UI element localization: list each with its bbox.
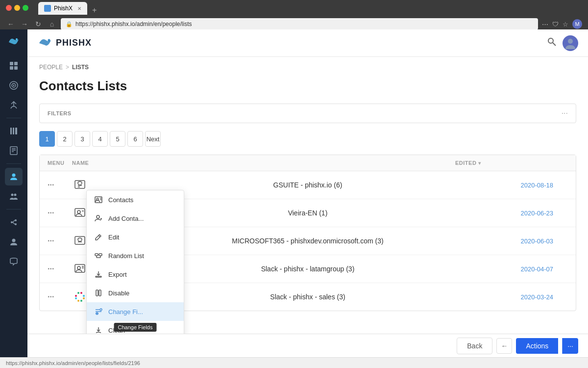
menu-item-disable[interactable]: Disable <box>87 284 184 302</box>
phishx-fish-icon <box>37 35 53 51</box>
menu-item-edit[interactable]: Edit <box>87 228 184 246</box>
breadcrumb-lists: LISTS <box>72 64 89 71</box>
page-button-1[interactable]: 1 <box>39 131 55 147</box>
menu-item-random-list[interactable]: Random List <box>87 246 184 265</box>
sidebar-divider-1 <box>6 118 21 118</box>
sidebar-item-user[interactable] <box>5 233 23 251</box>
phishx-logo: PHISHX <box>37 35 92 51</box>
browser-dots <box>6 5 28 11</box>
sidebar-item-library[interactable] <box>5 122 23 140</box>
clean-icon <box>94 325 103 334</box>
page-button-3[interactable]: 3 <box>74 131 90 147</box>
breadcrumb-separator: > <box>66 64 69 71</box>
menu-item-clean[interactable]: Clean <box>87 321 184 334</box>
row-name-1: GSUITE - phishx.io (6) <box>160 181 455 189</box>
browser-tab[interactable]: PhishX ✕ <box>38 2 87 15</box>
menu-item-add-contacts[interactable]: Add Conta... <box>87 209 184 228</box>
svg-rect-72 <box>83 297 85 299</box>
back-button[interactable]: Back <box>457 338 492 354</box>
svg-rect-66 <box>75 297 77 299</box>
row-menu-button-4[interactable]: ··· <box>48 264 72 273</box>
filter-more-button[interactable]: ··· <box>562 109 568 118</box>
page-button-6[interactable]: 6 <box>127 131 143 147</box>
sidebar-item-support[interactable] <box>5 253 23 270</box>
pagination: 1 2 3 4 5 6 Next <box>27 131 588 155</box>
row-name-4: Slack - phishx - latamgroup (3) <box>160 265 455 273</box>
row-icon-4 <box>72 261 88 277</box>
sidebar-item-targets[interactable] <box>5 77 23 94</box>
row-icon-2 <box>72 205 88 221</box>
menu-item-export[interactable]: Export <box>87 265 184 284</box>
menu-item-clean-label: Clean <box>108 327 177 334</box>
search-button[interactable] <box>547 37 557 49</box>
home-button[interactable]: ⌂ <box>47 20 57 28</box>
profile-icon[interactable]: M <box>572 19 582 29</box>
sort-arrow-icon: ▾ <box>478 160 481 166</box>
page-next-button[interactable]: Next <box>145 131 161 147</box>
sidebar-item-contacts[interactable] <box>5 168 23 185</box>
row-menu-button-3[interactable]: ··· <box>48 237 72 245</box>
svg-point-62 <box>77 266 80 269</box>
app-logo-text: PHISHX <box>56 38 92 48</box>
svg-point-57 <box>77 210 80 213</box>
row-edited-4: 2020-04-07 <box>455 265 553 273</box>
close-dot[interactable] <box>6 5 12 11</box>
row-edited-3: 2020-06-03 <box>455 237 553 245</box>
menu-item-export-label: Export <box>108 271 177 278</box>
bookmarks-icon[interactable]: ⋯ <box>542 21 548 28</box>
breadcrumb-people[interactable]: PEOPLE <box>39 64 63 71</box>
row-name-3: MICROSOFT365 - phishxdev.onmicrosoft.com… <box>160 237 455 245</box>
svg-rect-46 <box>99 290 101 296</box>
sidebar-item-integrations[interactable] <box>5 213 23 231</box>
user-avatar[interactable] <box>563 35 578 51</box>
svg-rect-67 <box>77 292 79 294</box>
sidebar-item-groups[interactable] <box>5 187 23 205</box>
browser-chrome: PhishX ✕ + ← → ↻ ⌂ 🔒 https://phishx.phis… <box>0 0 588 29</box>
row-name-5: Slack - phishx - sales (3) <box>160 293 455 301</box>
svg-rect-39 <box>95 254 98 256</box>
svg-point-25 <box>548 38 553 43</box>
reload-button[interactable]: ↻ <box>33 20 43 28</box>
svg-point-23 <box>12 239 16 242</box>
col-menu: MENU <box>48 160 72 166</box>
menu-item-edit-label: Edit <box>108 234 177 241</box>
menu-item-contacts[interactable]: Contacts <box>87 190 184 209</box>
row-menu-button-1[interactable]: ··· <box>48 181 72 189</box>
tab-title: PhishX <box>54 5 73 12</box>
row-edited-5: 2020-03-24 <box>455 293 553 301</box>
svg-rect-9 <box>13 128 14 134</box>
address-bar[interactable]: 🔒 https://phishx.phishx.io/admin/en/peop… <box>61 18 538 30</box>
minimize-dot[interactable] <box>14 5 20 11</box>
sidebar-item-reports[interactable] <box>5 142 23 159</box>
page-button-2[interactable]: 2 <box>57 131 73 147</box>
bookmark-star-icon[interactable]: ☆ <box>563 21 568 28</box>
sidebar-item-phishing[interactable] <box>5 96 23 114</box>
svg-rect-44 <box>96 276 101 277</box>
actions-button[interactable]: Actions <box>516 338 558 354</box>
extensions-icon[interactable]: 🛡 <box>552 21 559 28</box>
svg-rect-2 <box>14 62 18 65</box>
random-icon <box>94 251 103 261</box>
header-right <box>547 35 578 51</box>
change-fields-icon <box>94 307 103 316</box>
maximize-dot[interactable] <box>23 5 28 11</box>
page-button-4[interactable]: 4 <box>92 131 108 147</box>
sidebar-item-dashboard[interactable] <box>5 57 23 75</box>
col-edited[interactable]: EDITED ▾ <box>455 160 553 166</box>
table-row[interactable]: ··· GSUITE - phishx.io (6) 2020-08-18 <box>40 171 576 199</box>
add-person-icon <box>94 213 103 223</box>
prev-nav-button[interactable]: ← <box>496 338 512 354</box>
actions-more-button[interactable]: ··· <box>562 338 578 354</box>
svg-line-26 <box>553 43 556 46</box>
svg-rect-69 <box>80 292 82 294</box>
row-edited-2: 2020-06-23 <box>455 210 553 217</box>
row-menu-button-5[interactable]: ··· <box>48 292 72 301</box>
menu-item-change-fields[interactable]: Change Fi... Change Fields <box>87 302 184 321</box>
export-icon <box>94 269 103 279</box>
new-tab-button[interactable]: + <box>92 6 97 15</box>
tab-close-button[interactable]: ✕ <box>77 6 81 11</box>
forward-button[interactable]: → <box>20 20 29 28</box>
page-button-5[interactable]: 5 <box>110 131 125 147</box>
row-menu-button-2[interactable]: ··· <box>48 209 72 217</box>
back-button[interactable]: ← <box>6 20 16 28</box>
